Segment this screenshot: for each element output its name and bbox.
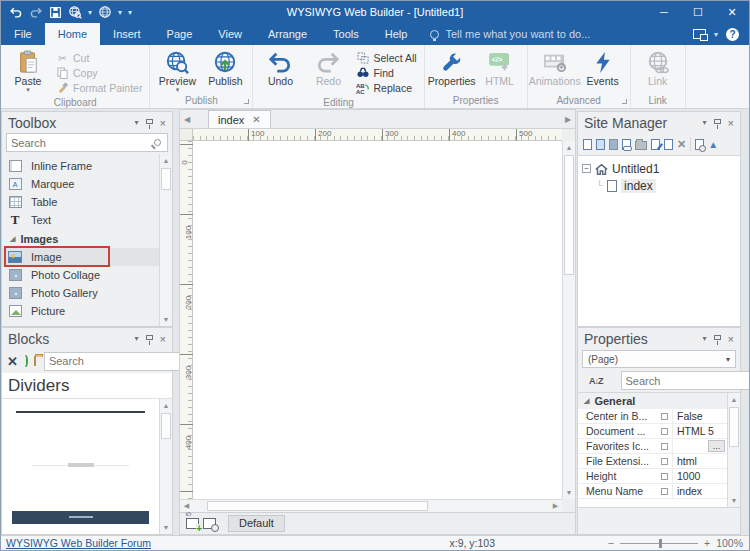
page-canvas[interactable] [193,141,562,499]
scroll-up-icon[interactable]: ▲ [160,399,172,412]
sort-az-icon[interactable]: A↓Z [589,376,603,386]
properties-pin-icon[interactable] [714,335,721,340]
publish-dialog-launcher-icon[interactable] [244,99,249,104]
blocks-menu-icon[interactable]: ▾ [135,334,139,343]
undo-button[interactable]: Undo [257,47,303,87]
scroll-up-icon[interactable]: ▲ [563,141,575,154]
tab-page[interactable]: Page [154,23,206,45]
scroll-down-icon[interactable]: ▼ [563,486,575,499]
blocks-refresh-icon[interactable] [24,355,28,367]
property-row-document-type[interactable]: Document ... HTML 5 [578,424,727,439]
toolbox-item-picture[interactable]: Picture [2,302,159,320]
canvas-vertical-scrollbar[interactable]: ▲ ▼ [562,141,575,499]
scroll-thumb[interactable] [161,168,171,190]
zoom-in-icon[interactable]: + [704,537,710,549]
toolbox-pin-icon[interactable] [146,119,153,124]
divider-preview-2[interactable] [32,465,129,466]
page-properties-icon[interactable] [695,139,704,150]
events-button[interactable]: Events [580,47,626,87]
properties-section-general[interactable]: ◢ General [578,393,727,409]
close-button[interactable]: ✕ [715,1,749,23]
divider-preview-3[interactable] [12,511,149,524]
blocks-delete-icon[interactable]: ✕ [7,354,18,369]
properties-close-icon[interactable]: × [728,334,734,344]
toolbox-scrollbar[interactable]: ▲ ▼ [159,154,172,326]
undo-icon[interactable] [9,4,23,20]
scroll-down-icon[interactable]: ▼ [728,494,740,507]
scroll-up-icon[interactable]: ▲ [728,393,740,406]
blocks-search-input[interactable] [45,355,195,367]
clone-page-icon[interactable] [664,139,673,150]
property-row-menu-name[interactable]: Menu Name index [578,484,727,499]
page-link-icon[interactable] [622,139,631,150]
advanced-dialog-launcher-icon[interactable] [622,99,627,104]
toolbox-menu-icon[interactable]: ▾ [135,118,139,127]
new-folder-icon[interactable] [635,141,647,150]
toolbox-item-photo-collage[interactable]: Photo Collage [2,266,159,284]
scroll-thumb[interactable] [564,155,574,275]
preview-icon[interactable] [68,4,82,20]
move-up-icon[interactable]: ▲ [708,139,718,150]
properties-search[interactable] [621,371,750,390]
site-manager-close-icon[interactable]: × [728,118,734,128]
minimize-button[interactable]: ─ [647,1,681,23]
zoom-out-icon[interactable]: − [608,537,614,549]
site-tree-page-index[interactable]: └ index [582,177,736,194]
format-painter-button[interactable]: Format Painter [53,80,145,95]
toolbox-item-marquee[interactable]: A Marquee [2,175,159,193]
new-page-from-template-icon[interactable] [596,139,605,150]
blocks-scrollbar[interactable]: ▲ ▼ [159,399,172,534]
publish-dropdown-icon[interactable]: ▾ [118,8,122,17]
find-button[interactable]: Find [353,65,419,80]
scroll-down-icon[interactable]: ▼ [160,313,172,326]
breakpoint-tab-default[interactable]: Default [228,515,285,532]
animations-button[interactable]: Animations [532,47,578,87]
tab-file[interactable]: File [1,23,45,45]
blocks-pin-icon[interactable] [146,335,153,340]
scroll-thumb[interactable] [207,501,428,511]
properties-menu-icon[interactable]: ▾ [703,334,707,343]
tab-view[interactable]: View [205,23,255,45]
toolbox-section-images[interactable]: ◢ Images [2,229,159,248]
forum-link[interactable]: WYSIWYG Web Builder Forum [1,537,151,549]
properties-scrollbar[interactable]: ▲ ▼ [727,393,740,507]
link-button[interactable]: Link [635,47,681,87]
publish-button[interactable]: Publish [202,47,248,87]
zoom-slider[interactable] [620,543,698,544]
object-selector-dropdown[interactable]: (Page) ▾ [582,350,736,368]
copy-button[interactable]: Copy [53,65,145,80]
maximize-button[interactable]: ☐ [681,1,715,23]
scroll-right-icon[interactable]: ▶ [549,502,562,510]
blocks-close-icon[interactable]: × [160,334,166,344]
document-tab-index[interactable]: index ✕ [208,110,271,128]
display-mode-icon[interactable] [693,29,706,39]
add-breakpoint-icon[interactable] [186,518,199,529]
manage-breakpoints-icon[interactable] [203,518,216,529]
property-row-center-in-browser[interactable]: Center in B... False [578,409,727,424]
browse-button[interactable]: ... [708,440,725,452]
html-button[interactable]: </> HTML [477,47,523,87]
cut-button[interactable]: ✂ Cut [53,50,145,65]
paste-button[interactable]: Paste ▾ [5,47,51,93]
site-manager-menu-icon[interactable]: ▾ [703,118,707,127]
toolbox-search[interactable] [6,133,168,152]
property-row-favorites-icon[interactable]: Favorites Ic... ... [578,439,727,454]
properties-button[interactable]: Properties [429,47,475,87]
tab-scroll-left-icon[interactable]: ◀ [180,110,194,128]
toolbox-item-photo-gallery[interactable]: Photo Gallery [2,284,159,302]
redo-button[interactable]: Redo [305,47,351,87]
scroll-left-icon[interactable]: ◀ [180,502,193,510]
preview-button[interactable]: Preview ▾ [154,47,200,93]
replace-button[interactable]: ABAC Replace [353,80,419,95]
ruler-origin-box[interactable] [180,129,193,141]
tab-scroll-right-icon[interactable]: ▶ [561,110,575,128]
property-row-file-extension[interactable]: File Extensi... html [578,454,727,469]
master-page-icon[interactable] [609,139,618,150]
canvas-horizontal-scrollbar[interactable]: ◀ ▶ [180,499,562,512]
help-icon[interactable]: ? [726,28,739,41]
toolbox-close-icon[interactable]: × [160,118,166,128]
site-tree-root[interactable]: − Untitled1 [582,160,736,177]
tab-home[interactable]: Home [45,23,100,45]
tab-help[interactable]: Help [372,23,421,45]
tab-close-icon[interactable]: ✕ [252,114,260,125]
